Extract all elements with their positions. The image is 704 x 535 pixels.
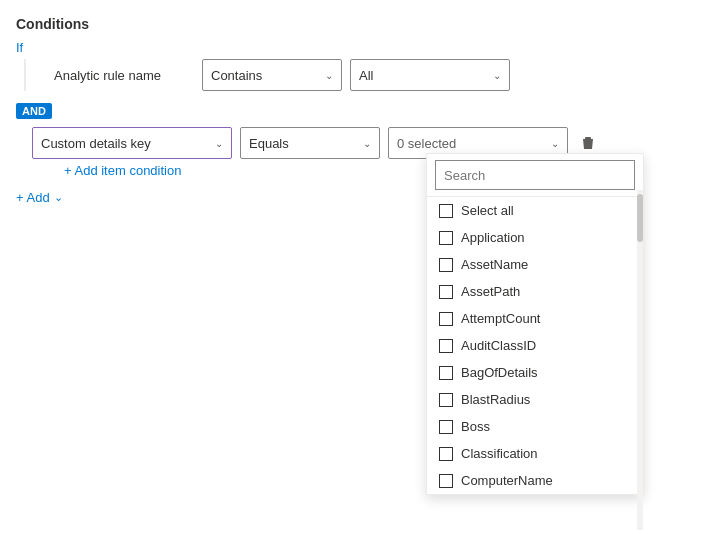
- all-dropdown[interactable]: All ⌄: [350, 59, 510, 91]
- item-checkbox[interactable]: [439, 312, 453, 326]
- analytic-rule-row: Analytic rule name Contains ⌄ All ⌄: [54, 59, 688, 91]
- item-checkbox[interactable]: [439, 285, 453, 299]
- list-item[interactable]: Classification: [427, 440, 643, 467]
- add-button[interactable]: + Add ⌄: [16, 190, 63, 205]
- list-item[interactable]: AttemptCount: [427, 305, 643, 332]
- item-label: AssetName: [461, 257, 528, 272]
- item-label: AuditClassID: [461, 338, 536, 353]
- search-wrapper: [427, 154, 643, 197]
- if-label: If: [16, 40, 688, 55]
- value-chevron-down-icon: ⌄: [551, 138, 559, 149]
- item-checkbox[interactable]: [439, 474, 453, 488]
- item-label: AssetPath: [461, 284, 520, 299]
- analytic-rule-label: Analytic rule name: [54, 68, 194, 83]
- item-checkbox[interactable]: [439, 447, 453, 461]
- field-chevron-down-icon: ⌄: [215, 138, 223, 149]
- scrollbar-thumb[interactable]: [637, 194, 643, 242]
- select-all-label: Select all: [461, 203, 514, 218]
- list-item[interactable]: Boss: [427, 413, 643, 440]
- operator-chevron-down-icon: ⌄: [363, 138, 371, 149]
- item-checkbox[interactable]: [439, 420, 453, 434]
- item-label: Classification: [461, 446, 538, 461]
- item-checkbox[interactable]: [439, 339, 453, 353]
- list-item[interactable]: ComputerName: [427, 467, 643, 494]
- contains-chevron-down-icon: ⌄: [325, 70, 333, 81]
- search-input[interactable]: [435, 160, 635, 190]
- item-label: BlastRadius: [461, 392, 530, 407]
- item-label: AttemptCount: [461, 311, 541, 326]
- conditions-title: Conditions: [16, 16, 688, 32]
- list-item[interactable]: BlastRadius: [427, 386, 643, 413]
- dropdown-list: Select all Application AssetName AssetPa…: [427, 197, 643, 494]
- custom-details-key-dropdown[interactable]: Custom details key ⌄: [32, 127, 232, 159]
- select-all-item[interactable]: Select all: [427, 197, 643, 224]
- scrollbar-track[interactable]: [637, 190, 643, 530]
- item-label: BagOfDetails: [461, 365, 538, 380]
- item-checkbox[interactable]: [439, 366, 453, 380]
- contains-dropdown[interactable]: Contains ⌄: [202, 59, 342, 91]
- item-checkbox[interactable]: [439, 258, 453, 272]
- item-checkbox[interactable]: [439, 231, 453, 245]
- all-chevron-down-icon: ⌄: [493, 70, 501, 81]
- add-chevron-down-icon: ⌄: [54, 191, 63, 204]
- list-item[interactable]: AssetName: [427, 251, 643, 278]
- select-all-checkbox[interactable]: [439, 204, 453, 218]
- and-badge: AND: [16, 103, 52, 119]
- delete-icon: [580, 135, 596, 151]
- item-label: Application: [461, 230, 525, 245]
- list-item[interactable]: BagOfDetails: [427, 359, 643, 386]
- item-checkbox[interactable]: [439, 393, 453, 407]
- delete-condition-button[interactable]: [576, 131, 600, 155]
- value-dropdown-popup: Select all Application AssetName AssetPa…: [426, 153, 644, 495]
- list-item[interactable]: AssetPath: [427, 278, 643, 305]
- equals-dropdown[interactable]: Equals ⌄: [240, 127, 380, 159]
- item-label: Boss: [461, 419, 490, 434]
- item-label: ComputerName: [461, 473, 553, 488]
- list-item[interactable]: Application: [427, 224, 643, 251]
- list-item[interactable]: AuditClassID: [427, 332, 643, 359]
